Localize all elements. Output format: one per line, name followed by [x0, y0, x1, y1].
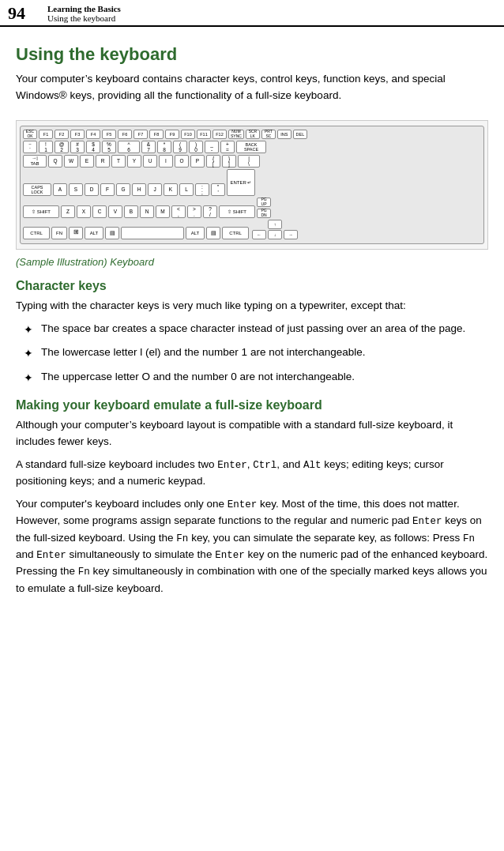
key-b: B	[124, 205, 138, 218]
key-v: V	[108, 205, 122, 218]
key-ref-fn2: Fn	[463, 533, 475, 544]
bullet-text-3: The uppercase letter O and the number 0 …	[41, 369, 355, 386]
character-keys-intro: Typing with the character keys is very m…	[16, 298, 488, 314]
key-f2: F2	[55, 130, 69, 139]
key-p: P	[190, 155, 205, 168]
key-arrow-left: ←	[252, 230, 266, 239]
key-fn: FN	[51, 227, 67, 239]
key-backspace: BACKSPACE	[236, 141, 266, 153]
key-h: H	[132, 183, 146, 196]
key-scrlk: SCRLK	[246, 130, 260, 139]
key-esc: ESCOK	[23, 130, 37, 139]
key-f8: F8	[149, 130, 164, 139]
header-text: Learning the Basics Using the keyboard	[47, 3, 121, 24]
key-6: ^6	[118, 141, 140, 153]
key-backslash: |\	[238, 155, 260, 168]
arrow-keys: ↑ ← ↓ →	[252, 220, 298, 239]
key-lbracket: {[	[206, 155, 220, 168]
page-number: 94	[0, 3, 47, 24]
key-enter: ENTER ↵	[227, 169, 255, 196]
key-f11: F11	[197, 130, 211, 139]
key-u: U	[143, 155, 157, 168]
key-8: *8	[157, 141, 171, 153]
full-size-para1: Although your computer’s keyboard layout…	[16, 417, 488, 450]
key-pgup: PGUP	[257, 198, 271, 207]
key-shift-right: ⇧ SHIFT	[219, 205, 255, 218]
header-section: Using the keyboard	[47, 13, 121, 23]
key-k: K	[164, 183, 178, 196]
key-s: S	[69, 183, 83, 196]
key-2: @2	[55, 141, 69, 153]
key-7: &7	[141, 141, 156, 153]
key-d: D	[85, 183, 99, 196]
key-0: )0	[189, 141, 203, 153]
key-a: A	[53, 183, 67, 196]
key-ref-enter: Enter	[217, 460, 247, 471]
full-size-para3: Your computer's keyboard includes only o…	[16, 496, 488, 597]
key-ref-enter4: Enter	[36, 550, 66, 561]
key-e: E	[80, 155, 94, 168]
key-ref-ctrl: Ctrl	[253, 460, 276, 471]
key-m: M	[156, 205, 170, 218]
key-altgr-sym: ▤	[105, 227, 119, 239]
character-keys-list: ✦ The space bar creates a space characte…	[16, 321, 488, 387]
key-r: R	[96, 155, 110, 168]
key-ref-alt: Alt	[303, 460, 322, 471]
key-ref-enter2: Enter	[228, 499, 258, 510]
key-shift-left: ⇧ SHIFT	[23, 205, 59, 218]
key-l: L	[179, 183, 194, 196]
key-y: Y	[127, 155, 141, 168]
key-ref-fn3: Fn	[78, 567, 90, 578]
key-w: W	[64, 155, 78, 168]
full-size-para2: A standard full-size keyboard includes t…	[16, 457, 488, 490]
key-f4: F4	[86, 130, 100, 139]
key-o: O	[175, 155, 189, 168]
key-period: >.	[187, 205, 201, 218]
key-x: X	[77, 205, 91, 218]
kb-row-fn: ESCOK F1 F2 F3 F4 F5 F6 F7 F8 F9 F10 F11…	[23, 130, 481, 139]
key-c: C	[92, 205, 107, 218]
key-f12: F12	[213, 130, 227, 139]
key-ref-enter5: Enter	[215, 550, 245, 561]
key-1: !1	[39, 141, 53, 153]
key-ctrl-right: CTRL	[222, 227, 249, 239]
main-content: Using the keyboard Your computer’s keybo…	[0, 27, 504, 619]
arrow-lr-row: ← ↓ →	[252, 230, 298, 239]
key-arrow-up: ↑	[268, 220, 282, 229]
key-z: Z	[61, 205, 75, 218]
keyboard-caption: (Sample Illustration) Keyboard	[16, 256, 488, 268]
bullet-diamond-3: ✦	[24, 370, 33, 387]
key-f1: F1	[39, 130, 53, 139]
key-f9: F9	[165, 130, 179, 139]
key-minus: _-	[205, 141, 219, 153]
key-f10: F10	[181, 130, 195, 139]
intro-paragraph: Your computer’s keyboard contains charac…	[16, 71, 488, 104]
key-capslock: CAPSLOCK	[23, 183, 51, 196]
key-rbracket: }]	[222, 155, 236, 168]
key-ref-enter3: Enter	[412, 516, 442, 527]
key-f6: F6	[118, 130, 132, 139]
key-tab: →|TAB	[23, 155, 47, 168]
key-ctrl-left: CTRL	[23, 227, 50, 239]
key-5: %5	[102, 141, 116, 153]
key-9: (9	[173, 141, 187, 153]
keyboard-graphic: ESCOK F1 F2 F3 F4 F5 F6 F7 F8 F9 F10 F11…	[20, 126, 484, 244]
key-nmlk: NUMSYNC	[228, 130, 244, 139]
key-4: $4	[86, 141, 100, 153]
key-alt-right: ALT	[186, 227, 205, 239]
key-quote: "'	[211, 183, 225, 196]
key-arrow-down: ↓	[268, 230, 282, 239]
bullet-text-2: The lowercase letter l (el) and the numb…	[41, 345, 365, 361]
kb-row-qwerty: →|TAB Q W E R T Y U I O P {[ }] |\	[23, 155, 481, 168]
key-equals: +=	[220, 141, 235, 153]
key-n: N	[140, 205, 154, 218]
key-slash: ?/	[203, 205, 217, 218]
key-del: DEL	[293, 130, 307, 139]
key-ins: INS	[277, 130, 291, 139]
key-arrow-right: →	[284, 230, 298, 239]
key-q: Q	[48, 155, 62, 168]
key-alt-left: ALT	[85, 227, 103, 239]
bullet-item-1: ✦ The space bar creates a space characte…	[24, 321, 488, 339]
page-header: 94 Learning the Basics Using the keyboar…	[0, 0, 504, 27]
pgup-pgdn: PGUP PGDN	[257, 198, 271, 218]
